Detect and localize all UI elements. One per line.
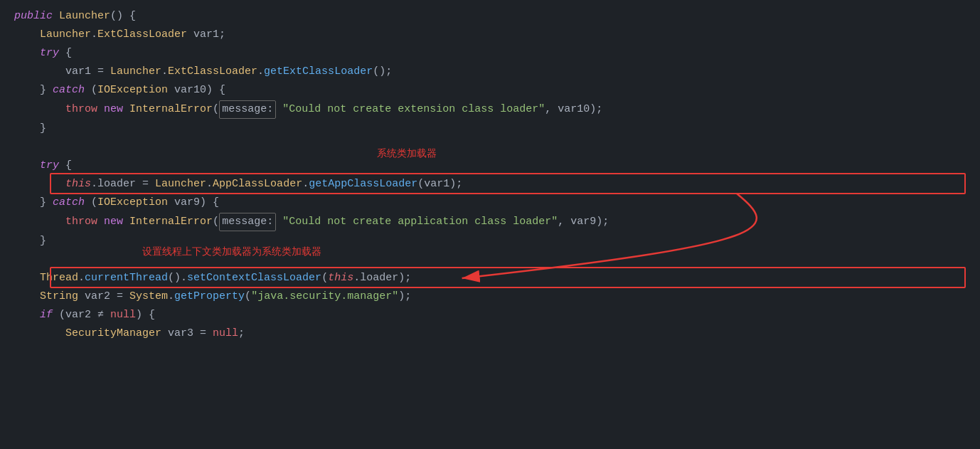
code-line: } catch (IOException var9) {: [0, 194, 980, 212]
code-line: try {: [0, 44, 980, 63]
code-line: [0, 138, 980, 157]
code-line: Launcher.ExtClassLoader var1;: [0, 26, 980, 44]
code-line: throw new InternalError(message: "Could …: [0, 100, 980, 120]
code-line: throw new InternalError(message: "Could …: [0, 212, 980, 232]
code-line: public Launcher() {: [0, 7, 980, 26]
code-line: this.loader = Launcher.AppClassLoader.ge…: [0, 175, 980, 194]
code-line: } catch (IOException var10) {: [0, 81, 980, 100]
code-line: if (var2 ≠ null) {: [0, 306, 980, 324]
code-line: SecurityManager var3 = null;: [0, 324, 980, 343]
code-line: [0, 250, 980, 269]
code-line: Thread.currentThread().setContextClassLo…: [0, 269, 980, 287]
code-line: }: [0, 232, 980, 250]
code-container: public Launcher() { Launcher.ExtClassLoa…: [0, 0, 980, 350]
code-line: try {: [0, 157, 980, 175]
code-line: var1 = Launcher.ExtClassLoader.getExtCla…: [0, 63, 980, 81]
code-line: String var2 = System.getProperty("java.s…: [0, 287, 980, 306]
code-line: }: [0, 120, 980, 138]
